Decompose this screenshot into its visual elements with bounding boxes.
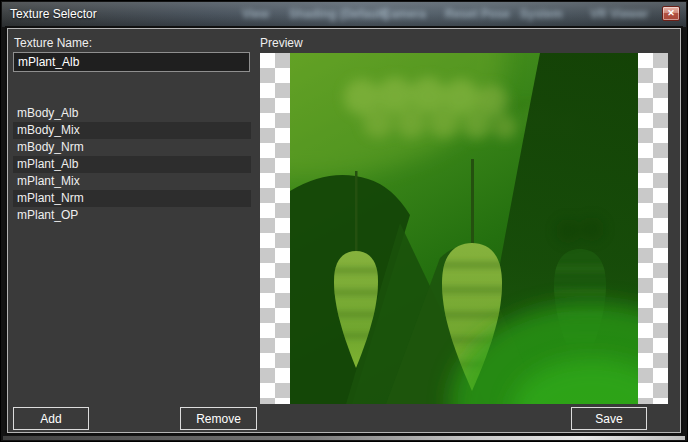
preview-image xyxy=(260,53,668,404)
remove-button[interactable]: Remove xyxy=(180,407,257,430)
texture-list-item[interactable]: mPlant_Mix xyxy=(13,173,251,190)
texture-list-item[interactable]: mPlant_Nrm xyxy=(13,190,251,207)
blurred-menu-item: View xyxy=(242,7,269,21)
blurred-menu-item: VR Viewer xyxy=(590,7,648,21)
texture-name-input[interactable] xyxy=(13,52,250,72)
add-button[interactable]: Add xyxy=(13,407,89,430)
blurred-menu-item: Shading (Default) xyxy=(289,7,388,21)
texture-list-item[interactable]: mPlant_Alb xyxy=(13,156,251,173)
window-bottom-bevel xyxy=(3,436,685,440)
background-window-menubar: View Shading (Default) Camera Reset Pose… xyxy=(2,2,686,27)
transparency-checker-right xyxy=(638,53,668,404)
close-icon: ✕ xyxy=(667,8,675,18)
close-button[interactable]: ✕ xyxy=(662,6,680,21)
blurred-menu-item: Reset Pose xyxy=(445,7,510,21)
texture-list: mBody_Alb mBody_Mix mBody_Nrm mPlant_Alb… xyxy=(13,105,251,224)
texture-list-item[interactable]: mBody_Nrm xyxy=(13,139,251,156)
dialog-client-area: Texture Name: mBody_Alb mBody_Mix mBody_… xyxy=(7,28,681,433)
blurred-menu-item: Camera xyxy=(382,7,426,21)
window-title: Texture Selector xyxy=(10,7,97,21)
blurred-menu-item: System xyxy=(520,7,563,21)
transparency-checker-left xyxy=(260,53,290,404)
texture-list-item[interactable]: mBody_Mix xyxy=(13,122,251,139)
preview-label: Preview xyxy=(260,36,303,50)
texture-list-item[interactable]: mPlant_OP xyxy=(13,207,251,224)
titlebar[interactable]: View Shading (Default) Camera Reset Pose… xyxy=(2,2,686,27)
texture-list-item[interactable]: mBody_Alb xyxy=(13,105,251,122)
texture-name-label: Texture Name: xyxy=(14,36,92,50)
save-button[interactable]: Save xyxy=(571,407,647,430)
texture-selector-window: View Shading (Default) Camera Reset Pose… xyxy=(0,0,688,442)
texture-preview-art xyxy=(290,53,638,404)
